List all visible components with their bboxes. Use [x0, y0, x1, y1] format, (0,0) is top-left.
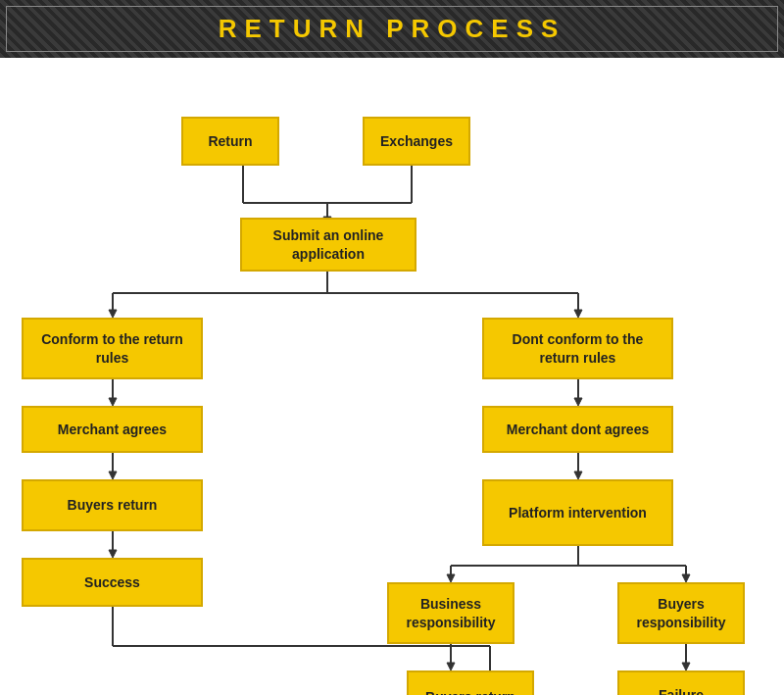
svg-marker-33 [447, 663, 455, 670]
diagram: Return Exchanges Submit an online applic… [0, 58, 784, 695]
svg-marker-31 [682, 574, 690, 582]
merchant-dont-box: Merchant dont agrees [482, 406, 673, 453]
submit-box: Submit an online application [240, 218, 416, 272]
failure-box: Failure [617, 670, 745, 695]
success-box: Success [22, 558, 203, 607]
exchanges-box: Exchanges [363, 117, 470, 166]
conform-box: Conform to the return rules [22, 318, 203, 379]
header: RETURN PROCESS [0, 0, 784, 58]
merchant-agrees-box: Merchant agrees [22, 406, 203, 453]
dont-conform-box: Dont conform to the return rules [482, 318, 673, 379]
svg-marker-17 [109, 550, 117, 558]
svg-marker-22 [574, 398, 582, 406]
svg-marker-15 [109, 472, 117, 479]
business-resp-box: Business responsibility [387, 582, 514, 644]
header-title: RETURN PROCESS [219, 14, 566, 43]
svg-marker-11 [574, 310, 582, 318]
buyers-return-left-box: Buyers return [22, 479, 203, 531]
svg-marker-13 [109, 398, 117, 406]
svg-marker-35 [682, 663, 690, 670]
buyers-return-right-box: Buyers return [407, 670, 534, 695]
svg-marker-28 [447, 574, 455, 582]
svg-marker-24 [574, 472, 582, 479]
platform-box: Platform intervention [482, 479, 673, 546]
svg-marker-8 [109, 310, 117, 318]
return-box: Return [181, 117, 279, 166]
buyers-resp-box: Buyers responsibility [617, 582, 745, 644]
